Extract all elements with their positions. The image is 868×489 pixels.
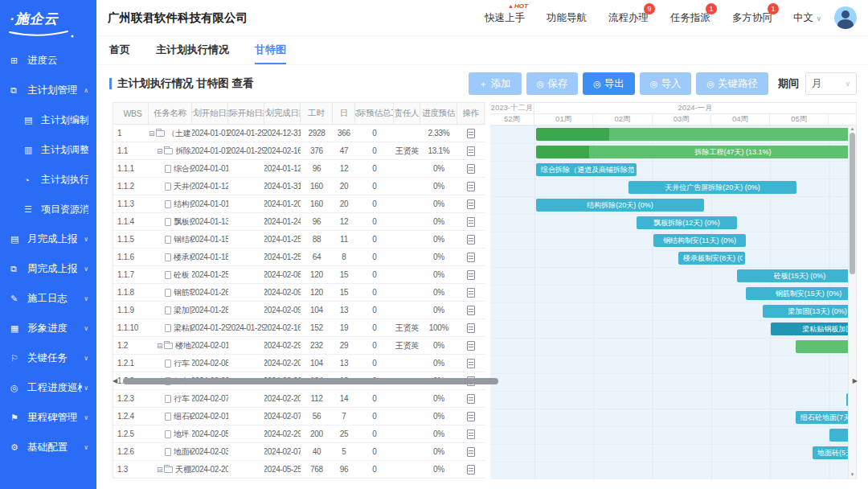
row-detail-button[interactable]: [467, 447, 475, 457]
table-row[interactable]: 1.1.3结构拆除2024-01-012024-01-201602000%: [113, 195, 485, 213]
table-row[interactable]: 1.2⊟楼地面工程2024-02-012024-02-29232290王贤英0%: [113, 337, 485, 355]
row-detail-button[interactable]: [467, 306, 475, 315]
sidebar-item[interactable]: ⊞进度云: [0, 46, 96, 76]
gantt-bar[interactable]: 结构拆除(20天) (0%): [536, 199, 704, 212]
critical-path-button[interactable]: ◎关键路径: [696, 72, 768, 95]
import-button[interactable]: ◎导入: [640, 72, 692, 95]
gantt-bar[interactable]: 拆除工程(47天) (13.1%): [536, 146, 856, 158]
collapse-icon[interactable]: ⊟: [157, 466, 162, 474]
sidebar-item[interactable]: ▤主计划编制: [0, 105, 96, 135]
sidebar-item[interactable]: ▦形象进度∨: [0, 314, 96, 343]
period-select[interactable]: 月 ∨: [805, 72, 857, 95]
cell-hours: 160: [301, 195, 333, 212]
table-row[interactable]: 1.1.9梁加固2024-01-282024-02-091041300%: [113, 302, 485, 319]
row-detail-button[interactable]: [467, 323, 475, 333]
sidebar-item[interactable]: ◔主计划执行情况: [0, 165, 96, 195]
collapse-icon[interactable]: ⊟: [157, 147, 162, 155]
sidebar-item[interactable]: ✎施工日志∨: [0, 284, 96, 314]
gantt-bar[interactable]: 梁粘贴钢板加固(19天) (100%): [771, 323, 856, 335]
horizontal-scroll-thumb[interactable]: [123, 378, 498, 384]
gantt-bar[interactable]: 楼承板制安(8天) (0%): [678, 252, 745, 265]
table-row[interactable]: 1.1.1综合拆除2024-01-012024-01-12961200%: [113, 160, 485, 178]
sidebar-item[interactable]: ☰项目资源消耗一览: [0, 195, 96, 224]
table-row[interactable]: 1.1.7砼板2024-01-252024-02-081201500%: [113, 266, 485, 284]
nav-item[interactable]: 任务指派1: [670, 11, 710, 25]
table-row[interactable]: 1.1.6楼承板制安2024-01-182024-01-2564800%: [113, 249, 485, 266]
sidebar-item[interactable]: ▤月完成上报∨: [0, 224, 96, 254]
scroll-up-icon[interactable]: ▲: [849, 126, 856, 131]
add-button[interactable]: ＋添加: [469, 72, 522, 95]
table-row[interactable]: 1.3⊟天棚工程2024-02-202024-05-257689600%: [113, 461, 485, 479]
nav-item[interactable]: 功能导航: [547, 11, 587, 25]
tab-0[interactable]: 首页: [109, 36, 130, 64]
table-row[interactable]: 1⊟（土建）工程2024-01-012024-01-292024-12-3129…: [113, 125, 485, 142]
row-detail-button[interactable]: [467, 253, 475, 262]
gantt-bar[interactable]: 飘板拆除(12天) (0%): [637, 216, 737, 229]
row-detail-button[interactable]: [467, 217, 475, 227]
row-detail-button[interactable]: [467, 146, 475, 156]
row-detail-button[interactable]: [467, 341, 475, 351]
gantt-bar[interactable]: [536, 128, 856, 141]
table-row[interactable]: 1.1.10梁粘贴钢板加固2024-01-292024-01-292024-02…: [113, 319, 485, 337]
language-selector[interactable]: 中文 ∨: [793, 11, 821, 25]
row-detail-button[interactable]: [467, 182, 475, 191]
gantt-bar[interactable]: 天井位广告屏拆除(20天) (0%): [628, 181, 796, 194]
table-row[interactable]: 1.1.2天井位广告屏拆除2024-01-122024-01-311602000…: [113, 178, 485, 195]
collapse-icon[interactable]: ⊟: [149, 129, 154, 138]
row-detail-button[interactable]: [467, 129, 475, 138]
table-row[interactable]: 1.1⊟拆除工程2024-01-012024-01-292024-02-1637…: [113, 142, 485, 160]
sidebar-item[interactable]: ⚑里程碑管理∨: [0, 403, 96, 433]
row-detail-button[interactable]: [467, 465, 475, 475]
nav-item[interactable]: 多方协同1: [732, 11, 772, 25]
cell-estimate: 0: [355, 178, 394, 195]
row-detail-button[interactable]: [467, 359, 475, 368]
table-row[interactable]: 1.1.5钢结构制安2024-01-152024-01-25881100%: [113, 231, 485, 249]
row-detail-button[interactable]: [467, 412, 475, 421]
row-detail-button[interactable]: [467, 288, 475, 298]
button-label: 关键路径: [718, 77, 758, 91]
gantt-bar[interactable]: 钢筋制安(15天) (0%): [746, 287, 856, 300]
table-row[interactable]: 1.2.1行车2024-02-082024-02-201041300%: [113, 355, 485, 372]
row-detail-button[interactable]: [467, 394, 475, 404]
gantt-bar[interactable]: 砼板(15天) (0%): [737, 269, 856, 282]
table-row[interactable]: 1.1.8钢筋制安2024-01-262024-02-091201500%: [113, 284, 485, 302]
collapse-icon[interactable]: ⊟: [157, 342, 162, 350]
table-row[interactable]: 1.2.3行车2024-02-072024-02-201121400%: [113, 390, 485, 408]
sidebar-item[interactable]: ◎工程进度巡检∨: [0, 373, 96, 403]
table-row[interactable]: 1.2.5地坪2024-02-052024-02-292002500%: [113, 425, 485, 443]
scroll-down-icon[interactable]: ▼: [849, 472, 856, 477]
scroll-left-icon[interactable]: ◀: [113, 377, 117, 384]
sidebar-item[interactable]: ⧉周完成上报∨: [0, 254, 96, 284]
gantt-bar[interactable]: [796, 340, 856, 353]
nav-item[interactable]: 流程办理9: [608, 11, 649, 25]
scroll-right-icon[interactable]: ▶: [853, 377, 858, 384]
table-row[interactable]: 1.1.4飘板拆除2024-01-132024-01-24961200%: [113, 213, 485, 231]
row-detail-button[interactable]: [467, 199, 475, 209]
row-detail-button[interactable]: [467, 235, 475, 244]
avatar[interactable]: [834, 6, 857, 29]
gantt-bar[interactable]: 梁加固(13天) (0%): [763, 305, 856, 318]
tab-2[interactable]: 甘特图: [255, 36, 286, 64]
save-button[interactable]: ◎保存: [526, 72, 579, 95]
cell-task-name: 砼板: [149, 266, 192, 283]
sidebar-item[interactable]: ⧉主计划管理∧: [0, 76, 96, 105]
row-detail-button[interactable]: [467, 164, 475, 174]
gantt-bar[interactable]: 综合拆除（通道及商铺拆除范围）(12天) (0%): [536, 163, 637, 176]
sidebar-item[interactable]: ⚐关键任务∨: [0, 343, 96, 373]
table-row[interactable]: 1.2.4细石砼地面2024-02-012024-02-0756700%: [113, 408, 485, 425]
sidebar-item[interactable]: ⚙基础配置∨: [0, 433, 96, 462]
table-row[interactable]: 1.2.6地面砖2024-02-032024-02-0740500%: [113, 443, 485, 461]
vertical-scroll-thumb[interactable]: [850, 133, 855, 274]
row-detail-button[interactable]: [467, 270, 475, 280]
file-icon: [165, 360, 171, 368]
folder-icon: [164, 466, 173, 473]
sidebar-item[interactable]: ▥主计划调整: [0, 135, 96, 165]
horizontal-scrollbar[interactable]: ◀ ▶: [113, 377, 858, 385]
gantt-vertical-scrollbar[interactable]: ▲ ▼: [848, 125, 856, 478]
export-button[interactable]: ◎导出: [583, 72, 635, 95]
tab-1[interactable]: 主计划执行情况: [156, 36, 229, 64]
gantt-bar[interactable]: 细石砼地面(7天) (0%): [796, 411, 854, 424]
row-detail-button[interactable]: [467, 429, 475, 439]
nav-item[interactable]: 快速上手HOT: [485, 11, 525, 25]
gantt-bar[interactable]: 钢结构制安(11天) (0%): [653, 234, 746, 247]
